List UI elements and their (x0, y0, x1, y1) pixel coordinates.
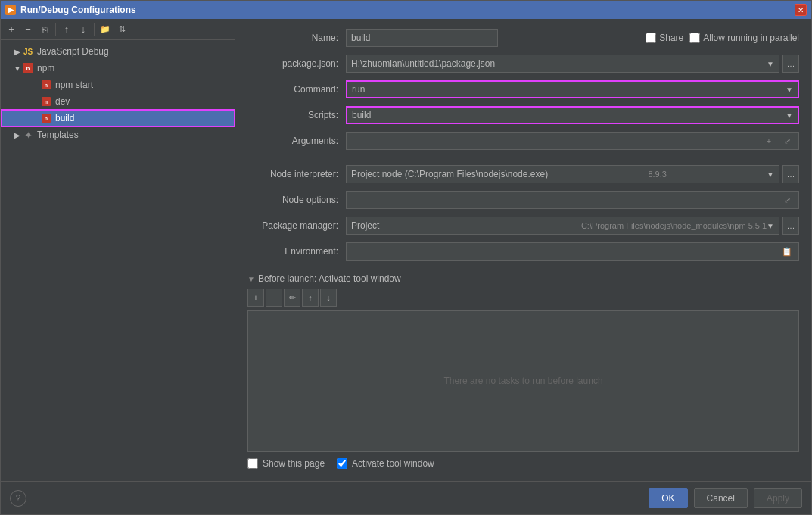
allow-parallel-checkbox[interactable] (689, 33, 700, 43)
tree-label-npm: npm (37, 63, 54, 73)
node-options-field: ⤢ (346, 191, 799, 209)
before-launch-add-button[interactable]: + (247, 289, 264, 307)
name-input[interactable] (346, 29, 498, 47)
node-version: 8.9.3 (648, 170, 666, 179)
command-field: run ▼ (346, 80, 799, 98)
cancel-button[interactable]: Cancel (694, 488, 748, 508)
node-interpreter-value: Project node (C:\Program Files\nodejs\no… (351, 169, 548, 179)
scripts-dropdown[interactable]: build ▼ (346, 106, 799, 124)
config-tree: ▶ JS JavaScript Debug ▼ n npm (1, 40, 235, 481)
package-json-arrow: ▼ (767, 60, 774, 68)
name-row: Name: Share Allow running in parallel (247, 28, 799, 48)
tree-item-build[interactable]: n build (1, 110, 235, 126)
tree-item-npm-start[interactable]: n npm start (1, 76, 235, 93)
title-bar-left: ▶ Run/Debug Configurations (5, 5, 136, 15)
expand-dev (31, 97, 40, 106)
command-arrow: ▼ (786, 86, 793, 94)
build-icon: n (40, 112, 52, 124)
before-launch-down-button[interactable]: ↓ (320, 289, 337, 307)
environment-row: Environment: 📋 (247, 242, 799, 261)
tree-item-js-debug[interactable]: ▶ JS JavaScript Debug (1, 43, 235, 60)
before-launch-area: There are no tasks to run before launch (247, 310, 799, 452)
command-value: run (352, 84, 365, 95)
activate-window-label: Activate tool window (352, 458, 434, 469)
node-interpreter-field: Project node (C:\Program Files\nodejs\no… (346, 165, 799, 183)
show-page-checkbox[interactable] (247, 458, 258, 469)
title-bar-title: Run/Debug Configurations (20, 5, 136, 15)
close-button[interactable]: ✕ (795, 4, 807, 16)
package-json-row: package.json: H:\zhuomian\untitled1\pack… (247, 54, 799, 73)
toolbar-separator (55, 23, 56, 36)
tree-item-dev[interactable]: n dev (1, 93, 235, 110)
name-label: Name: (247, 33, 346, 43)
node-interpreter-row: Node interpreter: Project node (C:\Progr… (247, 164, 799, 184)
node-interpreter-browse-button[interactable]: … (782, 165, 799, 183)
tree-label-build: build (55, 113, 74, 123)
add-config-button[interactable]: + (4, 22, 19, 37)
help-button[interactable]: ? (10, 490, 26, 507)
arguments-add-button[interactable]: + (761, 132, 777, 150)
show-page-checkbox-row: Show this page (247, 458, 325, 469)
tree-item-templates[interactable]: ▶ ✦ Templates (1, 126, 235, 143)
move-up-button[interactable]: ↑ (59, 22, 74, 37)
name-field: Share Allow running in parallel (346, 29, 799, 47)
node-interpreter-dropdown[interactable]: Project node (C:\Program Files\nodejs\no… (346, 165, 779, 183)
package-manager-field: Project C:\Program Files\nodejs\node_mod… (346, 217, 799, 235)
copy-config-button[interactable]: ⎘ (37, 22, 52, 37)
remove-config-button[interactable]: − (20, 22, 36, 37)
arguments-input-container: + ⤢ (346, 132, 799, 150)
show-page-label: Show this page (263, 458, 325, 469)
tree-item-npm[interactable]: ▼ n npm (1, 60, 235, 76)
tree-label-npm-start: npm start (55, 80, 93, 90)
expand-build (31, 114, 40, 123)
expand-templates: ▶ (13, 130, 22, 139)
node-interpreter-label: Node interpreter: (247, 169, 346, 179)
package-json-value: H:\zhuomian\untitled1\package.json (351, 58, 495, 69)
ok-button[interactable]: OK (649, 488, 687, 508)
bottom-right: OK Cancel Apply (649, 488, 802, 508)
folder-button[interactable]: 📁 (98, 22, 113, 37)
package-manager-label: Package manager: (247, 220, 346, 231)
title-bar-icon: ▶ (5, 5, 16, 15)
share-checkbox[interactable] (646, 33, 656, 43)
expand-npm: ▼ (13, 64, 22, 73)
name-row-right: Share Allow running in parallel (646, 33, 799, 43)
arguments-field: + ⤢ (346, 132, 799, 150)
scripts-label: Scripts: (247, 110, 346, 120)
scripts-arrow: ▼ (786, 111, 793, 120)
before-launch-up-button[interactable]: ↑ (302, 289, 319, 307)
tree-label-dev: dev (55, 96, 70, 107)
activate-window-checkbox[interactable] (337, 458, 347, 469)
command-label: Command: (247, 84, 346, 95)
sort-button[interactable]: ⇅ (114, 22, 129, 37)
before-launch-toolbar: + − ✏ ↑ ↓ (247, 289, 799, 307)
package-json-field: H:\zhuomian\untitled1\package.json ▼ … (346, 55, 799, 73)
bottom-options: Show this page Activate tool window (247, 458, 799, 469)
arguments-expand-button[interactable]: ⤢ (779, 132, 795, 150)
package-manager-value: Project (351, 220, 379, 231)
package-manager-dropdown[interactable]: Project C:\Program Files\nodejs\node_mod… (346, 217, 779, 235)
right-panel: Name: Share Allow running in parallel (235, 19, 811, 481)
node-options-expand-button[interactable]: ⤢ (779, 191, 795, 209)
scripts-value: build (352, 110, 371, 120)
environment-browse-button[interactable]: 📋 (779, 242, 795, 261)
before-launch-edit-button[interactable]: ✏ (284, 289, 300, 307)
expand-js-debug: ▶ (13, 47, 22, 56)
before-launch-section-header: ▼ Before launch: Activate tool window (247, 273, 799, 284)
environment-field: 📋 (346, 242, 799, 261)
title-bar: ▶ Run/Debug Configurations ✕ (1, 1, 811, 19)
move-down-button[interactable]: ↓ (76, 22, 91, 37)
before-launch-title: Before launch: Activate tool window (258, 273, 401, 284)
divider (247, 157, 799, 164)
package-json-browse-button[interactable]: … (782, 55, 799, 73)
command-dropdown[interactable]: run ▼ (346, 80, 799, 98)
before-launch-expand[interactable]: ▼ (247, 275, 255, 283)
share-label: Share (659, 33, 683, 43)
allow-parallel-checkbox-row: Allow running in parallel (689, 33, 799, 43)
expand-npm-start (31, 80, 40, 89)
package-manager-browse-button[interactable]: … (782, 217, 799, 235)
apply-button[interactable]: Apply (754, 488, 802, 508)
arguments-row: Arguments: + ⤢ (247, 131, 799, 151)
package-json-dropdown[interactable]: H:\zhuomian\untitled1\package.json ▼ (346, 55, 779, 73)
before-launch-remove-button[interactable]: − (266, 289, 282, 307)
